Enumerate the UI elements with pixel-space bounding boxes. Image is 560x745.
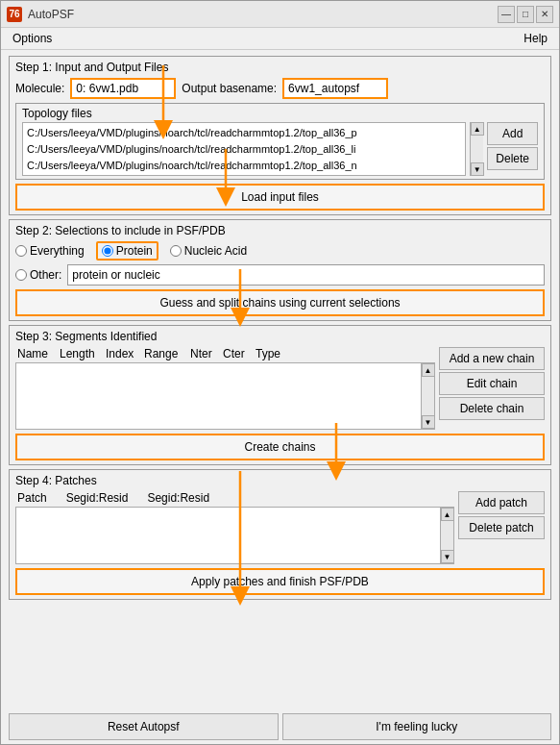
- main-window: 76 AutoPSF — □ ✕ Options Help Step 1: In…: [0, 0, 560, 745]
- step1-section: Step 1: Input and Output Files Molecule:…: [9, 56, 551, 215]
- col-type-header: Type: [256, 347, 289, 360]
- add-chain-button[interactable]: Add a new chain: [439, 347, 545, 370]
- patches-buttons: Add patch Delete patch: [458, 491, 545, 564]
- other-radio[interactable]: [15, 269, 27, 281]
- step1-title: Step 1: Input and Output Files: [15, 61, 545, 74]
- other-input[interactable]: [67, 264, 545, 286]
- col-name-header: Name: [17, 347, 56, 360]
- load-input-files-button[interactable]: Load input files: [15, 184, 545, 211]
- topology-row: C:/Users/leeya/VMD/plugins/noarch/tcl/re…: [22, 122, 538, 176]
- step2-title: Step 2: Selections to include in PSF/PDB: [15, 224, 545, 237]
- step3-section: Step 3: Segments Identified Name Length …: [9, 325, 551, 465]
- title-bar: 76 AutoPSF — □ ✕: [1, 1, 559, 28]
- window-controls: — □ ✕: [498, 6, 553, 23]
- delete-chain-button[interactable]: Delete chain: [439, 397, 545, 420]
- apply-patches-button[interactable]: Apply patches and finish PSF/PDB: [15, 568, 545, 595]
- col-cter-header: Cter: [223, 347, 252, 360]
- app-icon: 76: [7, 7, 22, 22]
- options-menu[interactable]: Options: [9, 30, 56, 47]
- patches-list-area: Patch Segid:Resid Segid:Resid ▲ ▼: [15, 491, 454, 564]
- molecule-input[interactable]: [70, 78, 176, 99]
- list-item: C:/Users/leeya/VMD/plugins/noarch/tcl/re…: [27, 158, 461, 174]
- topology-scrollbar: ▲ ▼: [470, 122, 483, 176]
- add-topology-button[interactable]: Add: [487, 122, 538, 145]
- scroll-down-button[interactable]: ▼: [471, 162, 484, 176]
- col-patch-header: Patch: [17, 491, 47, 505]
- nucleic-radio[interactable]: [170, 245, 182, 257]
- other-row: Other:: [15, 264, 545, 286]
- segments-list-area: Name Length Index Range Nter Cter Type ▲: [15, 347, 435, 430]
- segments-buttons: Add a new chain Edit chain Delete chain: [439, 347, 545, 430]
- feeling-lucky-button[interactable]: I'm feeling lucky: [282, 713, 552, 740]
- close-button[interactable]: ✕: [536, 6, 553, 23]
- create-chains-button[interactable]: Create chains: [15, 434, 545, 460]
- topology-title: Topology files: [22, 107, 538, 120]
- step2-section: Step 2: Selections to include in PSF/PDB…: [9, 219, 551, 321]
- main-content: Step 1: Input and Output Files Molecule:…: [1, 50, 559, 709]
- molecule-row: Molecule: Output basename:: [15, 78, 545, 99]
- col-range-header: Range: [144, 347, 186, 360]
- edit-chain-button[interactable]: Edit chain: [439, 372, 545, 395]
- list-item: C:/Users/leeya/VMD/plugins/noarch/tcl/re…: [27, 125, 461, 141]
- delete-topology-button[interactable]: Delete: [487, 147, 538, 170]
- table-header: Name Length Index Range Nter Cter Type: [15, 347, 435, 360]
- step4-section: Step 4: Patches Patch Segid:Resid Segid:…: [9, 469, 551, 600]
- step3-title: Step 3: Segments Identified: [15, 330, 545, 343]
- patches-scrollbar: ▲ ▼: [441, 507, 454, 564]
- patches-table-header: Patch Segid:Resid Segid:Resid: [15, 491, 454, 505]
- protein-radio[interactable]: [102, 245, 113, 257]
- minimize-button[interactable]: —: [498, 6, 515, 23]
- patch-scroll-up-button[interactable]: ▲: [441, 508, 454, 521]
- segments-list[interactable]: [15, 362, 422, 430]
- col-nter-header: Nter: [190, 347, 219, 360]
- protein-radio-label[interactable]: Protein: [96, 241, 158, 261]
- topology-list[interactable]: C:/Users/leeya/VMD/plugins/noarch/tcl/re…: [22, 122, 466, 176]
- scroll-up-button[interactable]: ▲: [471, 122, 484, 136]
- col-segid2-header: Segid:Resid: [147, 491, 209, 505]
- seg-scroll-down-button[interactable]: ▼: [422, 415, 435, 429]
- table-list-wrapper: ▲ ▼: [15, 362, 435, 430]
- output-label: Output basename:: [182, 82, 277, 95]
- patches-list-wrapper: ▲ ▼: [15, 507, 454, 564]
- selection-radio-group: Everything Protein Nucleic Acid: [15, 241, 545, 261]
- output-basename-input[interactable]: [282, 78, 388, 99]
- topology-buttons: Add Delete: [487, 122, 538, 176]
- topology-items: C:/Users/leeya/VMD/plugins/noarch/tcl/re…: [23, 123, 465, 176]
- bottom-buttons: Reset Autopsf I'm feeling lucky: [1, 709, 559, 744]
- col-segid1-header: Segid:Resid: [66, 491, 129, 505]
- segments-scrollbar: ▲ ▼: [422, 362, 435, 430]
- reset-autopsf-button[interactable]: Reset Autopsf: [9, 713, 279, 740]
- col-index-header: Index: [106, 347, 140, 360]
- step4-title: Step 4: Patches: [15, 474, 545, 487]
- help-menu[interactable]: Help: [520, 30, 551, 47]
- delete-patch-button[interactable]: Delete patch: [458, 516, 545, 539]
- maximize-button[interactable]: □: [517, 6, 534, 23]
- other-radio-label[interactable]: Other:: [15, 268, 61, 282]
- col-length-header: Length: [60, 347, 102, 360]
- topology-section: Topology files C:/Users/leeya/VMD/plugin…: [15, 103, 545, 180]
- list-item: C:/Users/leeya/VMD/plugins/noarch/tcl/re…: [27, 141, 461, 158]
- patches-list[interactable]: [15, 507, 441, 564]
- guess-chains-button[interactable]: Guess and split chains using current sel…: [15, 289, 545, 316]
- everything-radio-label[interactable]: Everything: [15, 244, 85, 258]
- everything-radio[interactable]: [15, 245, 27, 257]
- nucleic-radio-label[interactable]: Nucleic Acid: [170, 244, 247, 258]
- seg-scroll-up-button[interactable]: ▲: [422, 363, 435, 377]
- molecule-label: Molecule:: [15, 82, 64, 95]
- patches-area: Patch Segid:Resid Segid:Resid ▲ ▼: [15, 491, 545, 564]
- patch-scroll-down-button[interactable]: ▼: [441, 550, 454, 563]
- window-title: AutoPSF: [28, 8, 498, 21]
- add-patch-button[interactable]: Add patch: [458, 491, 545, 514]
- segments-table: Name Length Index Range Nter Cter Type ▲: [15, 347, 545, 430]
- menu-bar: Options Help: [1, 28, 559, 50]
